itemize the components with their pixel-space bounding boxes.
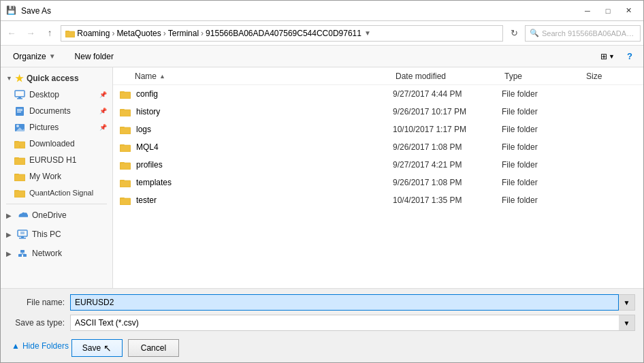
- quick-access-header[interactable]: ▼ ★ Quick access: [1, 70, 112, 86]
- hide-folders-button[interactable]: ▲ Hide Folders: [9, 340, 71, 352]
- col-header-date[interactable]: Date modified: [393, 72, 502, 81]
- organize-chevron-icon: ▼: [49, 52, 56, 60]
- svg-rect-30: [18, 254, 22, 257]
- thispc-chevron-icon: ▶: [6, 231, 12, 238]
- search-icon: 🔍: [530, 29, 539, 37]
- svg-rect-14: [14, 141, 19, 143]
- svg-rect-5: [17, 98, 22, 99]
- col-header-size[interactable]: Size: [583, 72, 638, 81]
- file-icon: [118, 177, 132, 188]
- view-toggle-button[interactable]: ⊞ ▼: [596, 48, 619, 65]
- up-button[interactable]: ↑: [42, 25, 58, 42]
- bottom-area: File name: ▼ Save as type: ASCII Text (*…: [1, 288, 643, 362]
- cancel-button[interactable]: Cancel: [128, 339, 179, 357]
- sidebar-item-thispc[interactable]: ▶ This PC: [1, 226, 112, 242]
- col-header-name[interactable]: Name ▲: [132, 72, 393, 81]
- col-date-label: Date modified: [396, 72, 446, 81]
- content-area: Name ▲ Date modified Type Size: [113, 67, 643, 288]
- help-button[interactable]: ?: [622, 48, 638, 65]
- table-row[interactable]: config 9/27/2017 4:44 PM File folder: [113, 85, 643, 103]
- new-folder-label: New folder: [75, 52, 114, 61]
- sidebar-item-desktop[interactable]: Desktop 📌: [1, 86, 112, 103]
- network-icon: [17, 248, 28, 259]
- breadcrumb[interactable]: Roaming › MetaQuotes › Terminal › 915566…: [61, 25, 503, 42]
- breadcrumb-item-metaquotes[interactable]: MetaQuotes: [116, 29, 161, 38]
- folder-icon: [65, 29, 75, 37]
- svg-rect-37: [120, 91, 125, 93]
- file-icon: [118, 159, 132, 170]
- close-button[interactable]: ✕: [619, 3, 638, 18]
- file-icon: [118, 106, 132, 117]
- svg-point-11: [16, 125, 19, 127]
- title-bar: 💾 Save As ─ □ ✕: [1, 1, 643, 21]
- table-row[interactable]: tester 10/4/2017 1:35 PM File folder: [113, 191, 643, 209]
- sidebar-item-pictures[interactable]: Pictures 📌: [1, 119, 112, 136]
- table-row[interactable]: logs 10/10/2017 1:17 PM File folder: [113, 121, 643, 138]
- file-date: 10/4/2017 1:35 PM: [393, 195, 502, 205]
- table-row[interactable]: profiles 9/27/2017 4:21 PM File folder: [113, 156, 643, 174]
- hide-folders-label: Hide Folders: [22, 341, 69, 351]
- file-icon: [118, 124, 132, 135]
- file-name: templates: [136, 178, 393, 187]
- svg-rect-43: [120, 127, 125, 129]
- maximize-button[interactable]: □: [598, 3, 617, 18]
- svg-rect-40: [120, 109, 125, 111]
- col-type-label: Type: [504, 72, 522, 81]
- filename-input[interactable]: [70, 294, 619, 311]
- network-chevron-icon: ▶: [6, 250, 12, 257]
- star-icon: ★: [15, 73, 24, 84]
- file-type: File folder: [502, 142, 583, 152]
- sidebar-item-downloaded[interactable]: ↓ Downloaded: [1, 136, 112, 152]
- filename-dropdown-arrow[interactable]: ▼: [619, 294, 635, 311]
- sidebar-section-quick-access: ▼ ★ Quick access Desktop 📌: [1, 70, 112, 201]
- save-label: Save: [82, 343, 101, 353]
- svg-rect-24: [14, 190, 19, 192]
- onedrive-icon: [17, 210, 28, 221]
- breadcrumb-item-roaming[interactable]: Roaming: [65, 29, 110, 38]
- main-area: ▼ ★ Quick access Desktop 📌: [1, 67, 643, 288]
- svg-rect-21: [14, 174, 19, 176]
- file-date: 9/27/2017 4:44 PM: [393, 89, 502, 99]
- quick-access-label: Quick access: [27, 74, 79, 83]
- saveastype-select[interactable]: ASCII Text (*.csv) CSV (Comma delimited)…: [70, 315, 635, 331]
- forward-button[interactable]: →: [22, 25, 39, 42]
- file-name: MQL4: [136, 142, 393, 152]
- breadcrumb-item-terminal[interactable]: Terminal: [168, 29, 199, 38]
- new-folder-button[interactable]: New folder: [68, 48, 120, 65]
- pin-icon-pics: 📌: [99, 124, 107, 131]
- view-chevron-icon: ▼: [609, 53, 615, 60]
- navigation-toolbar: ← → ↑ Roaming › MetaQuotes › Terminal ›: [1, 21, 643, 46]
- svg-rect-49: [120, 162, 125, 164]
- minimize-button[interactable]: ─: [578, 3, 597, 18]
- col-size-label: Size: [586, 72, 602, 81]
- breadcrumb-sep-3: ›: [201, 29, 204, 38]
- breadcrumb-item-folder[interactable]: 915566BA06ADA407569C544CC0D97611: [206, 29, 361, 38]
- search-placeholder: Search 915566BA06ADA407569C...: [542, 29, 636, 37]
- table-row[interactable]: templates 9/26/2017 1:08 PM File folder: [113, 174, 643, 191]
- breadcrumb-dropdown[interactable]: ▼: [364, 29, 371, 37]
- sidebar-item-mywork-label: My Work: [29, 172, 61, 181]
- file-name: profiles: [136, 160, 393, 170]
- sidebar-item-mywork[interactable]: My Work: [1, 168, 112, 185]
- save-button[interactable]: Save ↖: [71, 339, 123, 357]
- sidebar-item-documents[interactable]: Documents 📌: [1, 103, 112, 119]
- sidebar-item-quantaction[interactable]: QuantAction Signal: [1, 185, 112, 201]
- file-name: tester: [136, 195, 393, 205]
- sidebar-item-onedrive[interactable]: ▶ OneDrive: [1, 207, 112, 223]
- saveastype-select-wrapper: ASCII Text (*.csv) CSV (Comma delimited)…: [70, 315, 635, 331]
- refresh-button[interactable]: ↻: [506, 25, 522, 42]
- col-header-type[interactable]: Type: [502, 72, 583, 81]
- back-button[interactable]: ←: [3, 25, 20, 42]
- sidebar-item-network[interactable]: ▶ Network: [1, 245, 112, 262]
- svg-rect-55: [120, 198, 125, 200]
- svg-rect-27: [21, 236, 24, 238]
- onedrive-chevron-icon: ▶: [6, 212, 12, 219]
- breadcrumb-sep-2: ›: [163, 29, 166, 38]
- sidebar-item-eurusd[interactable]: EURUSD H1: [1, 152, 112, 168]
- table-row[interactable]: MQL4 9/26/2017 1:08 PM File folder: [113, 138, 643, 156]
- thispc-label: This PC: [32, 230, 61, 239]
- view-icon: ⊞: [600, 52, 607, 61]
- organize-button[interactable]: Organize ▼: [6, 48, 63, 65]
- table-row[interactable]: history 9/26/2017 10:17 PM File folder: [113, 103, 643, 121]
- bottom-footer: ▲ Hide Folders Save ↖ Cancel: [9, 335, 635, 357]
